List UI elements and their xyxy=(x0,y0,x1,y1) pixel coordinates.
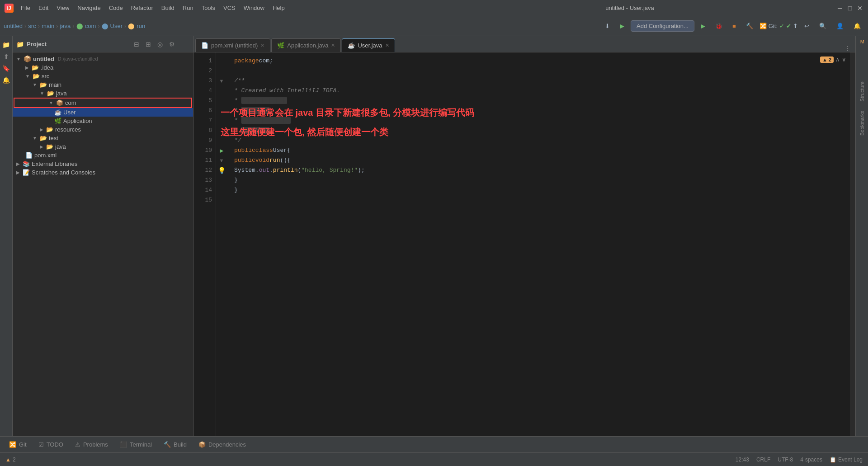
menu-run[interactable]: Run xyxy=(179,3,197,13)
bookmarks-icon[interactable]: 🔖 xyxy=(1,63,11,73)
breadcrumb-com[interactable]: ⬤ xyxy=(76,23,83,29)
editor-content[interactable]: 1 2 3 4 5 6 7 8 9 10 11 12 13 14 15 xyxy=(193,52,855,436)
breadcrumb-main[interactable]: main xyxy=(42,23,54,29)
run-app-button[interactable]: ▶ xyxy=(697,21,709,31)
run-button[interactable]: ▶ xyxy=(616,21,628,31)
git-check-icon[interactable]: ✓ xyxy=(779,23,784,29)
breadcrumb-user[interactable]: ⬤ xyxy=(102,23,108,29)
menu-window[interactable]: Window xyxy=(240,3,268,13)
menu-view[interactable]: View xyxy=(53,3,73,13)
menu-file[interactable]: File xyxy=(17,3,34,13)
project-icon[interactable]: 📁 xyxy=(1,40,11,50)
tab-pomxml-close[interactable]: ✕ xyxy=(260,42,264,48)
tree-node-test[interactable]: ▼ 📂 test xyxy=(13,134,193,142)
project-settings[interactable]: ⚙ xyxy=(167,40,177,49)
git-push-icon[interactable]: ⬆ xyxy=(793,23,798,29)
tree-node-pomxml[interactable]: 📄 pom.xml xyxy=(13,151,193,160)
commit-icon[interactable]: ⬆ xyxy=(1,52,11,61)
bottom-tab-dependencies[interactable]: 📦 Dependencies xyxy=(193,439,251,450)
status-line-ending[interactable]: CRLF xyxy=(756,457,770,463)
search-button[interactable]: 🔍 xyxy=(816,21,830,31)
tree-node-user[interactable]: ☕ User xyxy=(13,108,193,117)
fold-line11[interactable]: ▼ xyxy=(216,155,227,165)
tab-userjava[interactable]: ☕ User.java ✕ xyxy=(342,38,395,52)
code-line-8: * ████████ xyxy=(234,126,843,136)
bottom-tab-todo[interactable]: ☑ TODO xyxy=(33,439,69,450)
tab-application[interactable]: 🌿 Application.java ✕ xyxy=(271,38,341,52)
project-title: Project xyxy=(27,41,77,47)
tree-label-test: test xyxy=(49,135,58,141)
project-scroll-from-source[interactable]: ◎ xyxy=(156,40,165,49)
warning-collapse[interactable]: ∨ xyxy=(842,56,846,63)
tree-node-application[interactable]: 🌿 Application xyxy=(13,117,193,125)
tab-application-label: Application.java xyxy=(287,42,328,49)
bookmarks-label[interactable]: Bookmarks xyxy=(859,111,865,136)
close-button[interactable]: ✕ xyxy=(856,5,863,12)
project-collapse-all[interactable]: ⊟ xyxy=(132,40,141,49)
tree-node-scratches[interactable]: ▶ 📝 Scratches and Consoles xyxy=(13,168,193,177)
tree-node-untitled[interactable]: ▼ 📦 untitled D:\java-ee\untitled xyxy=(13,54,193,63)
tab-pomxml[interactable]: 📄 pom.xml (untitled) ✕ xyxy=(195,38,270,52)
tab-more-button[interactable]: ⋮ xyxy=(842,45,854,52)
bottom-tab-terminal[interactable]: ⬛ Terminal xyxy=(114,439,157,450)
status-position[interactable]: 12:43 xyxy=(736,457,749,463)
tab-application-close[interactable]: ✕ xyxy=(331,42,335,48)
tree-node-src[interactable]: ▼ 📂 src xyxy=(13,72,193,80)
vcs-update-button[interactable]: ⬇ xyxy=(601,21,613,31)
structure-label[interactable]: Structure xyxy=(859,81,865,102)
breadcrumb-src[interactable]: src xyxy=(28,23,36,29)
menu-help[interactable]: Help xyxy=(269,3,288,13)
code-editor[interactable]: package com; /** * Created with IntelliI… xyxy=(227,52,850,436)
breadcrumb-user-label[interactable]: User xyxy=(110,23,123,29)
build-button[interactable]: 🔨 xyxy=(742,21,757,31)
run-line10[interactable]: ▶ xyxy=(216,146,227,155)
breadcrumb-run-label[interactable]: run xyxy=(137,23,145,29)
menu-code[interactable]: Code xyxy=(105,3,127,13)
menu-navigate[interactable]: Navigate xyxy=(74,3,104,13)
bottom-tab-build[interactable]: 🔨 Build xyxy=(158,439,192,450)
tree-node-main[interactable]: ▼ 📂 main xyxy=(13,80,193,89)
maximize-button[interactable]: □ xyxy=(846,5,854,12)
tree-node-test-java[interactable]: ▶ 📂 java xyxy=(13,142,193,151)
status-indent[interactable]: 4 spaces xyxy=(800,457,822,463)
project-hide[interactable]: — xyxy=(179,40,189,49)
menu-refactor[interactable]: Refactor xyxy=(127,3,157,13)
editor-scrollbar[interactable] xyxy=(850,52,855,436)
user-button[interactable]: 👤 xyxy=(833,21,847,31)
fold-line3[interactable]: ▼ xyxy=(216,76,227,86)
event-log-button[interactable]: 📋 Event Log xyxy=(830,457,863,463)
breadcrumb-untitled[interactable]: untitled xyxy=(4,23,23,29)
editor-warnings[interactable]: ▲ 2 ∧ ∨ xyxy=(820,56,846,63)
resources-folder-icon: 📂 xyxy=(46,126,53,133)
git-tick-icon[interactable]: ✔ xyxy=(786,23,791,29)
tree-node-resources[interactable]: ▶ 📂 resources xyxy=(13,125,193,134)
build-label: Build xyxy=(174,441,187,448)
menu-tools[interactable]: Tools xyxy=(198,3,219,13)
status-encoding[interactable]: UTF-8 xyxy=(778,457,793,463)
notifications-button[interactable]: 🔔 xyxy=(850,21,864,31)
bottom-tab-problems[interactable]: ⚠ Problems xyxy=(70,439,113,450)
warning-expand[interactable]: ∧ xyxy=(835,56,840,63)
tab-userjava-close[interactable]: ✕ xyxy=(385,42,389,48)
maven-panel-icon[interactable]: M xyxy=(859,36,866,47)
stop-button[interactable]: ■ xyxy=(729,21,740,31)
breadcrumb-run[interactable]: ⬤ xyxy=(128,23,135,29)
minimize-button[interactable]: ─ xyxy=(836,5,844,12)
warning-line12[interactable]: 💡 xyxy=(216,165,227,175)
project-expand-all[interactable]: ⊞ xyxy=(144,40,153,49)
menu-edit[interactable]: Edit xyxy=(35,3,52,13)
tree-node-com[interactable]: ▼ 📦 com xyxy=(14,99,191,107)
menu-build[interactable]: Build xyxy=(158,3,178,13)
status-warnings[interactable]: ▲ 2 xyxy=(5,457,16,463)
add-configuration-button[interactable]: Add Configuration... xyxy=(631,20,694,32)
bottom-tab-git[interactable]: 🔀 Git xyxy=(4,439,32,450)
tree-node-idea[interactable]: ▶ 📂 .idea xyxy=(13,63,193,72)
breadcrumb-com-label[interactable]: com xyxy=(85,23,96,29)
menu-vcs[interactable]: VCS xyxy=(220,3,239,13)
breadcrumb-java[interactable]: java xyxy=(60,23,71,29)
tree-node-ext-libs[interactable]: ▶ 📚 External Libraries xyxy=(13,160,193,168)
debug-button[interactable]: 🐞 xyxy=(712,21,726,31)
tree-node-java[interactable]: ▼ 📂 java xyxy=(13,89,193,98)
notifications-side-icon[interactable]: 🔔 xyxy=(1,75,11,85)
revert-button[interactable]: ↩ xyxy=(801,21,813,31)
